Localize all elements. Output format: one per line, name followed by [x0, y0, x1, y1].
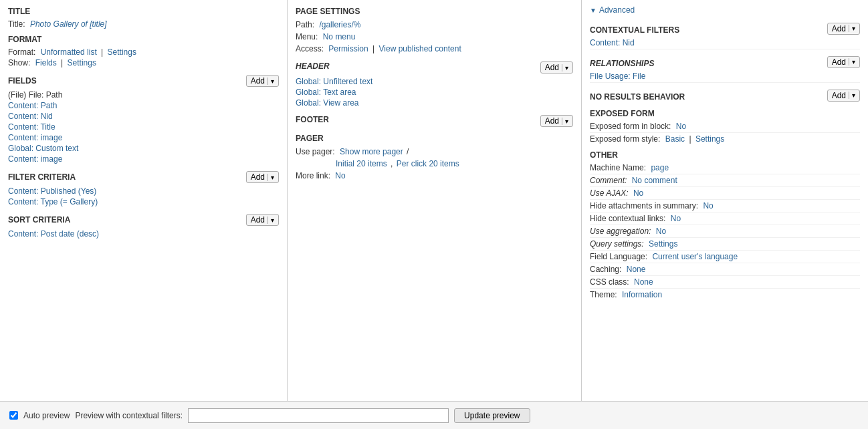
in-block-value[interactable]: No: [676, 122, 686, 131]
format-settings-link[interactable]: Settings: [108, 47, 136, 57]
exposed-form-label: EXPOSED FORM: [590, 109, 860, 118]
show-settings-link[interactable]: Settings: [68, 58, 96, 67]
list-item[interactable]: Content: Nid: [8, 111, 279, 122]
list-item[interactable]: Content: Type (= Gallery): [8, 196, 279, 207]
advanced-triangle: ▼: [590, 7, 596, 14]
theme-value[interactable]: Information: [622, 290, 662, 299]
no-results-add-arrow[interactable]: ▾: [849, 92, 858, 99]
caching-label: Caching:: [590, 265, 621, 274]
relationships-header: RELATIONSHIPS Add ▾: [590, 53, 860, 70]
list-item[interactable]: Content: Published (Yes): [8, 186, 279, 196]
filter-add-button[interactable]: Add ▾: [246, 171, 279, 183]
hide-contextual-value[interactable]: No: [671, 214, 681, 223]
pager-label: PAGER: [296, 134, 573, 143]
aggregation-row: Use aggregation: No: [590, 225, 860, 238]
form-style-basic[interactable]: Basic: [665, 134, 685, 144]
advanced-toggle[interactable]: ▼ Advanced: [590, 5, 860, 15]
auto-preview-label: Auto preview: [23, 411, 70, 420]
contextual-add-arrow[interactable]: ▾: [849, 25, 858, 32]
per-click-link[interactable]: Per click 20 items: [397, 159, 459, 168]
header-container: HEADER Add ▾ Global: Unfiltered text Glo…: [296, 61, 573, 108]
initial-items-link[interactable]: Initial 20 items: [336, 159, 387, 168]
caching-value[interactable]: None: [627, 265, 646, 274]
filter-header: FILTER CRITERIA Add ▾: [8, 171, 279, 183]
comment-value[interactable]: No comment: [632, 176, 677, 185]
list-item[interactable]: Content: Path: [8, 100, 279, 111]
filter-list: Content: Published (Yes) Content: Type (…: [8, 186, 279, 207]
filter-section-label: FILTER CRITERIA: [8, 172, 76, 182]
sort-add-button[interactable]: Add ▾: [246, 214, 279, 226]
ajax-row: Use AJAX: No: [590, 187, 860, 200]
field-language-row: Field Language: Current user's language: [590, 251, 860, 263]
path-value[interactable]: /galleries/%: [319, 20, 360, 29]
contextual-filters-label: CONTEXTUAL FILTERS: [590, 25, 679, 35]
list-item[interactable]: Global: Custom text: [8, 143, 279, 154]
css-class-row: CSS class: None: [590, 276, 860, 289]
format-section-label: FORMAT: [8, 35, 279, 44]
fields-header: FIELDS Add ▾: [8, 75, 279, 87]
header-add-arrow[interactable]: ▾: [562, 64, 571, 72]
header-add-button[interactable]: Add ▾: [540, 61, 573, 74]
other-container: OTHER Machine Name: page Comment: No com…: [590, 150, 860, 301]
pager-use-label: Use pager:: [296, 147, 335, 156]
form-style-sep: |: [689, 134, 691, 144]
view-published-link[interactable]: View published content: [379, 44, 461, 53]
list-item[interactable]: Global: Text area: [296, 87, 573, 98]
middle-panel: PAGE SETTINGS Path: /galleries/% Menu: N…: [288, 0, 582, 429]
ajax-label: Use AJAX:: [590, 188, 629, 198]
field-language-value[interactable]: Current user's language: [652, 252, 738, 261]
in-block-label: Exposed form in block:: [590, 122, 671, 131]
contextual-add-label: Add: [829, 24, 849, 33]
footer-bar: Auto preview Preview with contextual fil…: [0, 401, 868, 429]
list-item[interactable]: Content: Title: [8, 122, 279, 132]
format-link[interactable]: Unformatted list: [41, 47, 97, 57]
sort-add-arrow[interactable]: ▾: [267, 217, 277, 224]
preview-label: Preview with contextual filters:: [75, 411, 183, 420]
list-item[interactable]: Global: View area: [296, 98, 573, 108]
update-preview-button[interactable]: Update preview: [454, 408, 530, 423]
auto-preview-checkbox[interactable]: [9, 411, 18, 420]
more-link-row: More link: No: [296, 170, 573, 182]
show-sep: |: [61, 58, 63, 67]
hide-contextual-label: Hide contextual links:: [590, 214, 665, 223]
show-more-link[interactable]: Show more pager: [340, 147, 403, 156]
relationships-item[interactable]: File Usage: File: [590, 70, 860, 83]
contextual-add-button[interactable]: Add ▾: [827, 23, 860, 35]
access-sep: |: [372, 44, 374, 53]
aggregation-value[interactable]: No: [656, 227, 666, 236]
fields-add-arrow[interactable]: ▾: [267, 78, 277, 85]
machine-name-value[interactable]: page: [651, 163, 669, 172]
list-item[interactable]: Content: image: [8, 154, 279, 164]
filter-add-arrow[interactable]: ▾: [267, 174, 277, 181]
menu-value[interactable]: No menu: [323, 32, 356, 41]
show-row: Show: Fields | Settings: [8, 57, 279, 68]
relationships-add-button[interactable]: Add ▾: [827, 56, 860, 68]
relationships-add-arrow[interactable]: ▾: [849, 58, 858, 65]
caching-row: Caching: None: [590, 263, 860, 276]
query-settings-value[interactable]: Settings: [649, 239, 677, 249]
list-item[interactable]: Content: Post date (desc): [8, 229, 279, 239]
form-style-row: Exposed form style: Basic | Settings: [590, 133, 860, 145]
hide-attachments-row: Hide attachments in summary: No: [590, 200, 860, 212]
more-link-label: More link:: [296, 171, 330, 180]
contextual-filters-input[interactable]: [188, 408, 449, 423]
ajax-value[interactable]: No: [633, 188, 643, 198]
advanced-label: Advanced: [599, 5, 635, 15]
footer-add-button[interactable]: Add ▾: [540, 115, 573, 127]
more-link-value[interactable]: No: [335, 171, 345, 180]
fields-add-button[interactable]: Add ▾: [246, 75, 279, 87]
fields-list: (File) File: Path Content: Path Content:…: [8, 90, 279, 164]
permission-link[interactable]: Permission: [328, 44, 368, 53]
no-results-add-button[interactable]: Add ▾: [827, 90, 860, 102]
css-class-value[interactable]: None: [634, 277, 653, 287]
list-item[interactable]: Global: Unfiltered text: [296, 76, 573, 87]
title-section-label: TITLE: [8, 7, 279, 16]
footer-add-arrow[interactable]: ▾: [562, 118, 571, 125]
query-settings-row: Query settings: Settings: [590, 238, 860, 251]
hide-attachments-value[interactable]: No: [703, 201, 713, 210]
title-italic: Photo Gallery of [title]: [30, 19, 107, 29]
fields-link[interactable]: Fields: [35, 58, 57, 67]
list-item[interactable]: Content: image: [8, 132, 279, 143]
contextual-item[interactable]: Content: Nid: [590, 37, 860, 49]
form-style-settings[interactable]: Settings: [695, 134, 724, 144]
